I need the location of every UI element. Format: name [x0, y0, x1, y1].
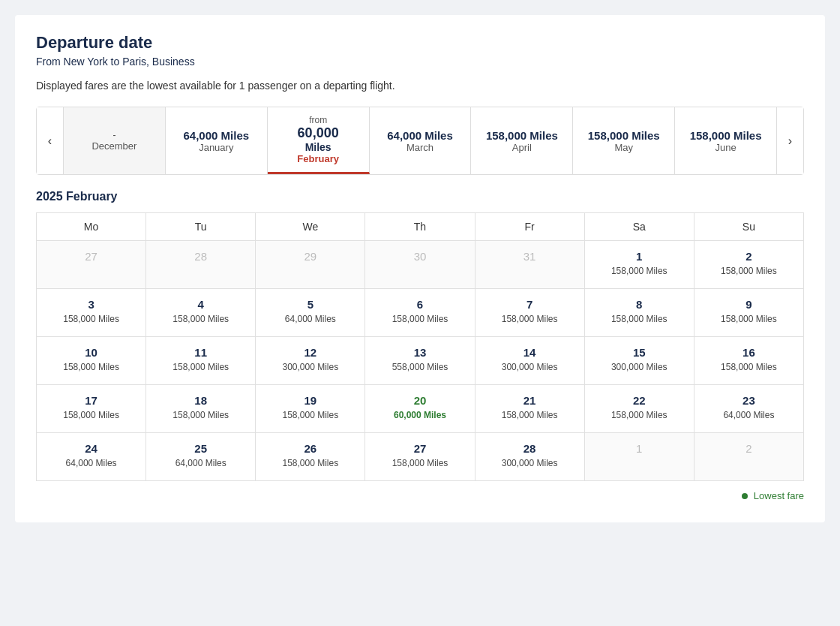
calendar-cell[interactable]: 6158,000 Miles	[365, 289, 475, 337]
january-label: January	[199, 142, 233, 153]
calendar-cell[interactable]: 15300,000 Miles	[584, 337, 694, 385]
day-miles: 158,000 Miles	[588, 266, 691, 276]
day-miles: 300,000 Miles	[588, 362, 691, 372]
day-number: 14	[478, 346, 581, 359]
day-miles: 158,000 Miles	[698, 266, 800, 276]
day-number: 19	[259, 394, 362, 407]
calendar-cell[interactable]: 8158,000 Miles	[584, 289, 694, 337]
month-tab-april[interactable]: 158,000 Miles April	[471, 107, 573, 174]
col-header-fr: Fr	[475, 213, 584, 241]
day-number: 9	[698, 298, 800, 311]
calendar-cell: 2	[694, 433, 803, 481]
day-number: 25	[149, 442, 252, 455]
day-number: 16	[698, 346, 800, 359]
day-number: 28	[149, 250, 252, 263]
calendar-cell[interactable]: 14300,000 Miles	[475, 337, 584, 385]
day-miles: 158,000 Miles	[698, 314, 800, 324]
day-miles: 158,000 Miles	[40, 362, 142, 372]
col-header-th: Th	[365, 213, 475, 241]
month-tab-march[interactable]: 64,000 Miles March	[370, 107, 472, 174]
calendar-cell[interactable]: 2464,000 Miles	[37, 433, 146, 481]
month-tab-february[interactable]: from 60,000 Miles February	[268, 107, 370, 174]
calendar-cell[interactable]: 21158,000 Miles	[475, 385, 584, 433]
calendar-cell[interactable]: 4158,000 Miles	[146, 289, 256, 337]
calendar-cell[interactable]: 18158,000 Miles	[146, 385, 256, 433]
december-miles: -	[112, 130, 116, 140]
march-label: March	[406, 142, 434, 153]
calendar-cell[interactable]: 13558,000 Miles	[365, 337, 475, 385]
month-tabs: - December 64,000 Miles January from 60,…	[64, 107, 776, 174]
day-miles: 64,000 Miles	[698, 410, 800, 420]
may-label: May	[614, 142, 633, 153]
calendar-cell[interactable]: 2364,000 Miles	[694, 385, 803, 433]
day-number: 27	[40, 250, 142, 263]
day-number: 21	[478, 394, 581, 407]
day-miles: 158,000 Miles	[368, 458, 471, 468]
calendar-header: 2025 February	[36, 190, 804, 203]
calendar-cell[interactable]: 12300,000 Miles	[256, 337, 365, 385]
calendar-cell: 31	[475, 241, 584, 289]
day-miles: 158,000 Miles	[259, 410, 362, 420]
prev-month-button[interactable]: ‹	[37, 107, 64, 174]
day-number: 31	[478, 250, 581, 263]
next-month-button[interactable]: ›	[776, 107, 803, 174]
col-header-mo: Mo	[37, 213, 146, 241]
col-header-we: We	[256, 213, 365, 241]
month-tab-january[interactable]: 64,000 Miles January	[166, 107, 268, 174]
february-from: from	[309, 115, 327, 125]
day-number: 10	[40, 346, 142, 359]
calendar-cell[interactable]: 11158,000 Miles	[146, 337, 256, 385]
col-header-sa: Sa	[584, 213, 694, 241]
calendar-cell[interactable]: 10158,000 Miles	[37, 337, 146, 385]
day-number: 6	[368, 298, 471, 311]
calendar-cell[interactable]: 564,000 Miles	[256, 289, 365, 337]
calendar-cell[interactable]: 22158,000 Miles	[584, 385, 694, 433]
day-number: 18	[149, 394, 252, 407]
calendar-cell: 1	[584, 433, 694, 481]
calendar-cell[interactable]: 27158,000 Miles	[365, 433, 475, 481]
calendar-cell: 30	[365, 241, 475, 289]
month-tab-may[interactable]: 158,000 Miles May	[573, 107, 675, 174]
february-miles: 60,000	[298, 125, 339, 141]
calendar-cell[interactable]: 1158,000 Miles	[584, 241, 694, 289]
day-miles: 300,000 Miles	[478, 362, 581, 372]
day-number: 13	[368, 346, 471, 359]
day-miles: 300,000 Miles	[478, 458, 581, 468]
calendar-cell[interactable]: 9158,000 Miles	[694, 289, 803, 337]
day-number: 17	[40, 394, 142, 407]
calendar-cell[interactable]: 2060,000 Miles	[365, 385, 475, 433]
calendar-cell[interactable]: 7158,000 Miles	[475, 289, 584, 337]
day-number: 3	[40, 298, 142, 311]
day-number: 7	[478, 298, 581, 311]
calendar-cell[interactable]: 19158,000 Miles	[256, 385, 365, 433]
day-number: 22	[588, 394, 691, 407]
description: Displayed fares are the lowest available…	[36, 80, 804, 92]
day-miles: 158,000 Miles	[698, 362, 800, 372]
month-tab-december[interactable]: - December	[64, 107, 166, 174]
day-number: 2	[698, 442, 800, 455]
month-navigation: ‹ - December 64,000 Miles January from 6…	[36, 107, 804, 175]
day-miles: 558,000 Miles	[368, 362, 471, 372]
day-number: 4	[149, 298, 252, 311]
calendar-cell[interactable]: 2158,000 Miles	[694, 241, 803, 289]
calendar-cell[interactable]: 28300,000 Miles	[475, 433, 584, 481]
calendar-cell: 29	[256, 241, 365, 289]
day-miles: 158,000 Miles	[478, 410, 581, 420]
february-label: February	[297, 153, 339, 164]
lowest-fare-label: Lowest fare	[754, 490, 804, 501]
day-number: 26	[259, 442, 362, 455]
day-miles: 158,000 Miles	[588, 314, 691, 324]
calendar-cell[interactable]: 3158,000 Miles	[37, 289, 146, 337]
calendar-cell[interactable]: 17158,000 Miles	[37, 385, 146, 433]
calendar-cell[interactable]: 16158,000 Miles	[694, 337, 803, 385]
page-title: Departure date	[36, 33, 804, 53]
day-miles: 158,000 Miles	[478, 314, 581, 324]
day-miles: 158,000 Miles	[149, 410, 252, 420]
day-miles: 60,000 Miles	[368, 410, 471, 420]
day-number: 2	[698, 250, 800, 263]
lowest-fare-dot	[742, 493, 748, 499]
calendar-cell[interactable]: 2564,000 Miles	[146, 433, 256, 481]
day-number: 12	[259, 346, 362, 359]
month-tab-june[interactable]: 158,000 Miles June	[675, 107, 776, 174]
calendar-cell[interactable]: 26158,000 Miles	[256, 433, 365, 481]
